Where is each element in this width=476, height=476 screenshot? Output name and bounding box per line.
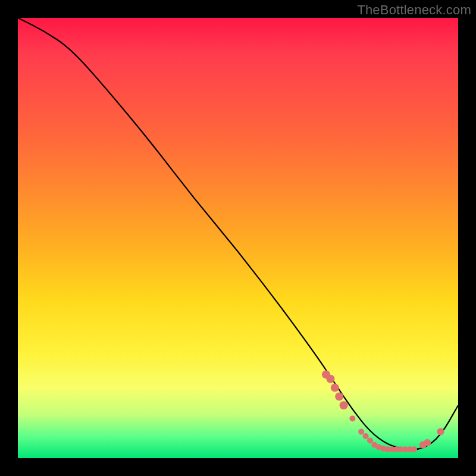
plot-area bbox=[18, 18, 458, 458]
highlight-dot bbox=[358, 429, 364, 435]
highlight-dot bbox=[331, 384, 339, 392]
chart-svg bbox=[18, 18, 458, 458]
highlight-dots-group bbox=[322, 370, 444, 452]
highlight-dot bbox=[340, 401, 348, 409]
highlight-dot bbox=[437, 428, 444, 436]
highlight-dot bbox=[349, 415, 355, 421]
bottleneck-curve bbox=[18, 18, 458, 449]
highlight-dot bbox=[367, 437, 373, 443]
highlight-dot bbox=[326, 375, 334, 383]
chart-frame: TheBottleneck.com bbox=[0, 0, 476, 476]
highlight-dot bbox=[363, 433, 369, 439]
highlight-dot bbox=[411, 446, 417, 452]
highlight-dot bbox=[424, 439, 431, 446]
watermark-text: TheBottleneck.com bbox=[357, 2, 471, 18]
highlight-dot bbox=[335, 392, 343, 400]
